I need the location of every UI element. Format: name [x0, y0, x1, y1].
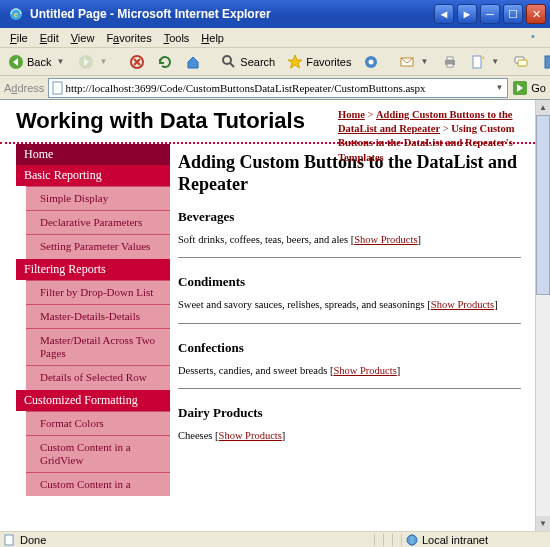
menu-favorites[interactable]: Favorites: [100, 30, 157, 46]
svg-text:e: e: [14, 10, 19, 19]
nav-details-selected-row[interactable]: Details of Selected Row: [26, 365, 170, 389]
menu-view[interactable]: View: [65, 30, 101, 46]
refresh-button[interactable]: [153, 52, 177, 72]
nav-filter-dropdown[interactable]: Filter by Drop-Down List: [26, 280, 170, 304]
nav-custom-content-gridview[interactable]: Custom Content in a GridView: [26, 435, 170, 472]
favorites-label: Favorites: [306, 56, 351, 68]
menu-tools[interactable]: Tools: [158, 30, 196, 46]
discuss-button[interactable]: [509, 52, 533, 72]
stop-button[interactable]: [125, 52, 149, 72]
svg-rect-17: [518, 60, 527, 66]
security-zone: Local intranet: [406, 534, 546, 546]
menu-help[interactable]: Help: [195, 30, 230, 46]
show-products-link[interactable]: Show Products: [333, 365, 396, 376]
page: Working with Data Tutorials Home > Addin…: [0, 100, 535, 531]
mail-button[interactable]: ▼: [395, 52, 434, 72]
back-button[interactable]: Back ▼: [4, 52, 70, 72]
maximize-button[interactable]: ☐: [503, 4, 523, 24]
nav-format-colors[interactable]: Format Colors: [26, 411, 170, 435]
address-input[interactable]: [65, 82, 493, 94]
show-products-link[interactable]: Show Products: [219, 430, 282, 441]
category-desc: Cheeses [Show Products]: [178, 429, 521, 443]
nav-home[interactable]: Home: [16, 144, 170, 165]
nav-master-detail-two-pages[interactable]: Master/Detail Across Two Pages: [26, 328, 170, 365]
ie-logo: e: [520, 29, 546, 47]
close-button[interactable]: ✕: [526, 4, 546, 24]
go-label: Go: [531, 82, 546, 94]
menu-edit[interactable]: Edit: [34, 30, 65, 46]
nav-customized-formatting[interactable]: Customized Formatting: [16, 390, 170, 411]
back-label: Back: [27, 56, 51, 68]
breadcrumb-home[interactable]: Home: [338, 109, 365, 120]
media-button[interactable]: [359, 52, 383, 72]
nav-prev-button[interactable]: ◄: [434, 4, 454, 24]
menu-file[interactable]: File: [4, 30, 34, 46]
show-products-link[interactable]: Show Products: [431, 299, 494, 310]
category-block: Condiments Sweet and savory sauces, reli…: [178, 274, 521, 323]
nav-declarative-parameters[interactable]: Declarative Parameters: [26, 210, 170, 234]
category-name: Confections: [178, 340, 521, 356]
home-button[interactable]: [181, 52, 205, 72]
status-done: Done: [20, 534, 46, 546]
show-products-link[interactable]: Show Products: [354, 234, 417, 245]
search-icon: [221, 54, 237, 70]
category-block: Dairy Products Cheeses [Show Products]: [178, 405, 521, 443]
edit-button[interactable]: ▼: [466, 52, 505, 72]
scroll-thumb[interactable]: [536, 115, 550, 295]
discuss-icon: [513, 54, 529, 70]
breadcrumb: Home > Adding Custom Buttons to the Data…: [338, 108, 528, 165]
nav-basic-reporting[interactable]: Basic Reporting: [16, 165, 170, 186]
content-area: Working with Data Tutorials Home > Addin…: [0, 100, 550, 531]
nav-custom-content-in-a[interactable]: Custom Content in a: [26, 472, 170, 496]
scroll-down-arrow[interactable]: ▼: [536, 516, 550, 531]
zone-icon: [406, 534, 418, 546]
nav-setting-parameter-values[interactable]: Setting Parameter Values: [26, 234, 170, 258]
svg-rect-14: [447, 64, 453, 67]
mail-icon: [399, 54, 415, 70]
scroll-up-arrow[interactable]: ▲: [536, 100, 550, 115]
separator: [383, 534, 384, 546]
nav-master-details-details[interactable]: Master-Details-Details: [26, 304, 170, 328]
main-content: Adding Custom Buttons to the DataList an…: [170, 144, 535, 496]
page-icon: [4, 534, 16, 546]
search-button[interactable]: Search: [217, 52, 279, 72]
category-desc: Sweet and savory sauces, relishes, sprea…: [178, 298, 521, 312]
svg-point-10: [369, 59, 374, 64]
svg-text:e: e: [532, 33, 535, 39]
svg-line-8: [230, 63, 234, 67]
toolbar: Back ▼ ▼ Search Favorites ▼ ▼: [0, 48, 550, 76]
separator: [374, 534, 375, 546]
go-icon: [512, 80, 528, 96]
sidebar-nav: Home Basic Reporting Simple Display Decl…: [0, 144, 170, 496]
address-bar: Address ▼ Go: [0, 76, 550, 100]
go-button[interactable]: Go: [512, 80, 546, 96]
media-icon: [363, 54, 379, 70]
home-icon: [185, 54, 201, 70]
menu-bar: File Edit View Favorites Tools Help e: [0, 28, 550, 48]
chevron-down-icon: ▼: [97, 57, 109, 66]
chevron-down-icon[interactable]: ▼: [493, 83, 505, 92]
window-title: Untitled Page - Microsoft Internet Explo…: [28, 7, 434, 21]
category-divider: [178, 257, 521, 258]
nav-filtering-reports[interactable]: Filtering Reports: [16, 259, 170, 280]
svg-rect-13: [447, 57, 453, 60]
category-divider: [178, 323, 521, 324]
window-buttons: ◄ ► ─ ☐ ✕: [434, 4, 546, 24]
address-label: Address: [4, 82, 44, 94]
research-button[interactable]: [537, 52, 550, 72]
zone-label: Local intranet: [422, 534, 488, 546]
separator: [401, 534, 402, 546]
category-desc: Soft drinks, coffees, teas, beers, and a…: [178, 233, 521, 247]
vertical-scrollbar[interactable]: ▲ ▼: [535, 100, 550, 531]
favorites-button[interactable]: Favorites: [283, 52, 355, 72]
svg-rect-15: [473, 56, 481, 68]
print-button[interactable]: [438, 52, 462, 72]
nav-next-button[interactable]: ►: [457, 4, 477, 24]
category-divider: [178, 388, 521, 389]
page-icon: [51, 81, 65, 95]
nav-simple-display[interactable]: Simple Display: [26, 186, 170, 210]
star-icon: [287, 54, 303, 70]
minimize-button[interactable]: ─: [480, 4, 500, 24]
research-icon: [541, 54, 550, 70]
address-input-wrap[interactable]: ▼: [48, 78, 508, 98]
